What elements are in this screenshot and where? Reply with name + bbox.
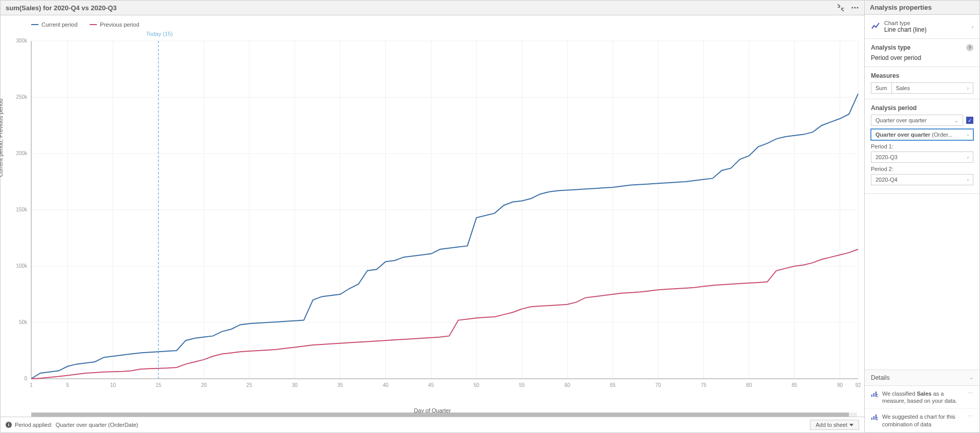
period-mode-checkbox[interactable]: ✓ <box>966 117 973 124</box>
more-options-icon[interactable] <box>851 4 859 12</box>
chart-type-value: Line chart (line) <box>884 26 927 33</box>
measures-label: Measures <box>871 72 899 79</box>
measure-selector[interactable]: Sum Sales › <box>871 82 973 94</box>
svg-text:10: 10 <box>110 382 116 388</box>
period-applied-value: Quarter over quarter (OrderDate) <box>55 422 138 428</box>
svg-text:75: 75 <box>701 382 707 388</box>
chevron-right-icon: › <box>967 85 969 91</box>
svg-rect-61 <box>873 393 874 397</box>
details-toggle[interactable]: Details ⌄ <box>865 370 979 386</box>
svg-text:0: 0 <box>24 376 27 381</box>
sidebar-title: Analysis properties <box>865 1 979 15</box>
line-chart-icon <box>871 21 880 32</box>
svg-text:65: 65 <box>610 382 616 388</box>
svg-text:80: 80 <box>746 382 753 388</box>
analysis-type-value: Period over period <box>871 54 973 61</box>
period2-label: Period 2: <box>871 166 973 172</box>
footer-bar: i Period applied: Quarter over quarter (… <box>1 417 864 432</box>
chart-type-label: Chart type <box>884 20 927 26</box>
svg-text:150k: 150k <box>16 207 28 212</box>
svg-text:92: 92 <box>855 382 861 388</box>
detail-text-1: We classified Sales as a measure, based … <box>882 390 964 405</box>
line-chart-svg: 050k100k150k200k250k300k1510152025303540… <box>1 15 865 415</box>
chart-scrollbar-thumb[interactable] <box>31 413 849 417</box>
svg-text:15: 15 <box>156 382 162 388</box>
chevron-right-icon: › <box>972 24 973 30</box>
svg-text:100k: 100k <box>16 263 28 269</box>
svg-text:55: 55 <box>519 382 525 388</box>
svg-text:200k: 200k <box>16 150 28 156</box>
detail-more-icon[interactable]: ⋯ <box>968 413 973 420</box>
svg-text:40: 40 <box>383 382 389 388</box>
svg-text:70: 70 <box>655 382 661 388</box>
minimize-icon[interactable] <box>837 4 845 12</box>
insight-icon <box>871 413 878 421</box>
svg-text:90: 90 <box>837 382 843 388</box>
period1-label: Period 1: <box>871 143 973 149</box>
detail-item-2: We suggested a chart for this combinatio… <box>865 409 979 432</box>
svg-point-0 <box>852 7 853 9</box>
analysis-period-label: Analysis period <box>871 104 916 112</box>
period-applied-label: Period applied: <box>15 422 52 428</box>
svg-text:50k: 50k <box>19 319 28 325</box>
chevron-down-icon: ⌄ <box>969 375 973 380</box>
caret-down-icon <box>849 424 853 426</box>
add-to-sheet-button[interactable]: Add to sheet <box>810 420 859 430</box>
chart-area[interactable]: Current period Previous period Today (15… <box>1 15 864 417</box>
chart-panel: sum(Sales) for 2020-Q4 vs 2020-Q3 Curren… <box>0 0 865 433</box>
svg-text:60: 60 <box>565 382 571 388</box>
svg-text:50: 50 <box>474 382 480 388</box>
svg-text:5: 5 <box>66 382 69 388</box>
measure-agg[interactable]: Sum <box>871 83 892 93</box>
chart-title: sum(Sales) for 2020-Q4 vs 2020-Q3 <box>6 4 117 12</box>
period1-select[interactable]: 2020-Q3 › <box>871 151 973 163</box>
add-to-sheet-label: Add to sheet <box>816 422 847 428</box>
chevron-right-icon: › <box>967 132 969 138</box>
chevron-right-icon: › <box>967 177 969 183</box>
svg-point-1 <box>854 7 856 9</box>
chevron-right-icon: › <box>967 155 969 160</box>
title-bar: sum(Sales) for 2020-Q4 vs 2020-Q3 <box>1 1 864 15</box>
svg-rect-60 <box>871 395 872 397</box>
insight-icon <box>871 390 878 398</box>
chart-scrollbar[interactable] <box>31 413 857 417</box>
svg-text:250k: 250k <box>16 94 28 100</box>
help-icon[interactable]: ? <box>966 44 973 51</box>
measure-field[interactable]: Sales › <box>892 83 973 93</box>
period-mode-select[interactable]: Quarter over quarter ⌄ <box>871 115 963 126</box>
info-icon: i <box>6 422 12 428</box>
analysis-properties-panel: Analysis properties Chart type Line char… <box>865 0 980 433</box>
svg-text:85: 85 <box>791 382 798 388</box>
svg-text:1: 1 <box>30 382 33 388</box>
svg-text:45: 45 <box>428 382 434 388</box>
svg-text:300k: 300k <box>16 38 28 44</box>
svg-text:35: 35 <box>337 382 343 388</box>
chevron-down-icon: ⌄ <box>954 118 958 123</box>
svg-text:25: 25 <box>246 382 253 388</box>
details-label: Details <box>871 374 890 381</box>
detail-text-2: We suggested a chart for this combinatio… <box>882 413 964 428</box>
period2-select[interactable]: 2020-Q4 › <box>871 174 973 185</box>
svg-text:20: 20 <box>201 382 207 388</box>
svg-rect-65 <box>873 416 874 420</box>
detail-item-1: We classified Sales as a measure, based … <box>865 386 979 409</box>
chart-type-row[interactable]: Chart type Line chart (line) › <box>865 15 979 39</box>
svg-rect-64 <box>871 418 872 420</box>
y-axis-label: Current period, Previous period <box>0 99 4 177</box>
analysis-type-label: Analysis type <box>871 44 910 51</box>
period-detail-select[interactable]: Quarter over quarter (Order... › <box>871 129 973 140</box>
svg-text:30: 30 <box>292 382 298 388</box>
svg-point-2 <box>857 7 859 9</box>
detail-more-icon[interactable]: ⋯ <box>968 390 973 397</box>
